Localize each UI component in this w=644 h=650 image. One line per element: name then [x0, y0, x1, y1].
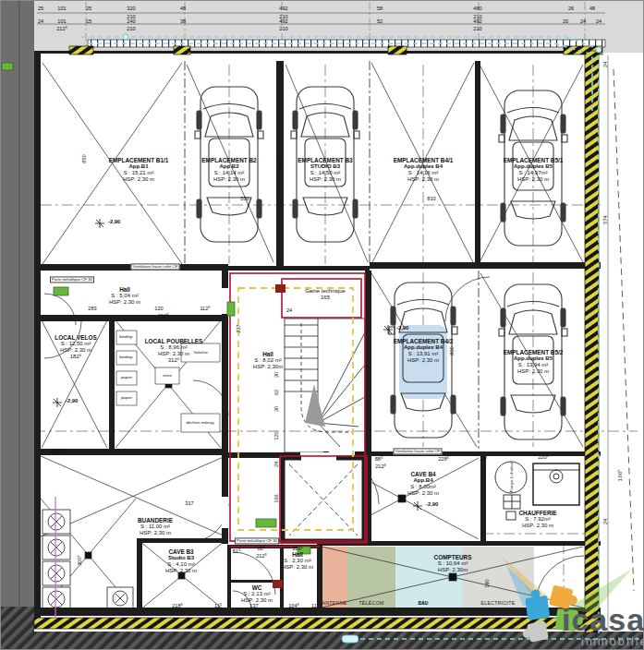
elevator-shaft: [283, 454, 364, 541]
boundary-dashed: [614, 69, 634, 591]
heating-equipment: [495, 462, 579, 520]
utility-strips: [322, 547, 534, 611]
washing-machines: [43, 510, 133, 611]
waste-bins: [116, 331, 220, 432]
switch-markers: [2, 63, 310, 554]
floor-plan: EMPLACEMENT B1/1 App.B1 S : 15,21 m² HSP…: [0, 0, 644, 650]
plan-linework: [0, 0, 644, 650]
